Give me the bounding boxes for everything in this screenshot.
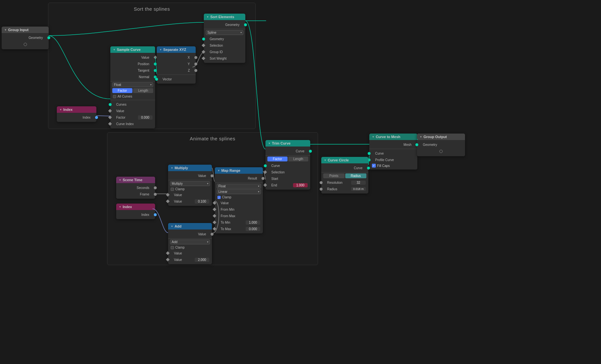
index-out-socket[interactable] — [95, 116, 98, 119]
curve-to-mesh-node: ▼ Curve to Mesh Mesh Curve Profile Curve… — [369, 134, 417, 170]
tc-end-row: End 1.000 — [265, 182, 310, 188]
sc-type-arrow: ▾ — [150, 83, 152, 86]
se-selection-label: Selection — [210, 44, 223, 47]
scene-time-header[interactable]: ▼ Scene Time — [116, 177, 155, 183]
ib-index-socket[interactable] — [154, 213, 157, 216]
se-geo-in-label: Geometry — [210, 37, 224, 41]
tc-selection-row: Selection — [265, 169, 310, 175]
sc-position-socket[interactable] — [154, 63, 157, 65]
st-seconds-socket[interactable] — [154, 186, 157, 189]
sc-type-dropdown[interactable]: Float ▾ — [112, 82, 153, 87]
separate-xyz-header[interactable]: ▼ Separate XYZ — [157, 46, 196, 53]
mr-type-dropdown[interactable]: Float ▾ — [217, 184, 261, 189]
add-value2-label: Value — [174, 258, 182, 262]
scene-time-title: Scene Time — [123, 178, 142, 182]
mr-result-row: Result — [215, 175, 263, 182]
mr-clamp-check[interactable]: ✓ — [217, 196, 221, 199]
add-clamp-check[interactable] — [171, 246, 174, 249]
add-body: Value Add ▾ Clamp Value Value 2.000 — [168, 229, 212, 264]
sxyz-x-socket[interactable] — [194, 56, 197, 59]
collapse-icon-sc: ▼ — [113, 48, 116, 51]
mr-tomax-label: To Max — [221, 227, 231, 231]
scene-time-node: ▼ Scene Time Seconds Frame — [116, 177, 155, 199]
geometry-output-row: Geometry — [2, 34, 49, 41]
se-geo-in-socket[interactable] — [202, 38, 205, 41]
tc-factor-btn[interactable]: Factor — [267, 157, 288, 161]
index-bottom-header[interactable]: ▼ Index — [116, 204, 155, 210]
curve-to-mesh-header[interactable]: ▼ Curve to Mesh — [369, 134, 417, 140]
cc-resolution-socket[interactable] — [320, 181, 323, 184]
go-geometry-socket[interactable] — [415, 143, 418, 146]
group-output-header[interactable]: ▼ Group Output — [417, 134, 465, 140]
index-top-header[interactable]: ▼ Index — [57, 106, 96, 113]
collapse-icon-mr: ▼ — [217, 169, 220, 172]
tc-end-value[interactable]: 1.000 — [293, 183, 308, 187]
tc-curve-out-socket[interactable] — [309, 150, 312, 153]
sort-elements-header[interactable]: ▼ Sort Elements — [204, 14, 245, 20]
add-value-out-socket[interactable] — [211, 233, 214, 236]
sc-all-curves-label: All Curves — [117, 95, 132, 98]
cc-radius-btn[interactable]: Radius — [345, 173, 367, 178]
cc-mode-btns: Points Radius — [323, 173, 366, 178]
add-header[interactable]: ▼ Add — [168, 223, 212, 229]
cc-curve-out-socket[interactable] — [367, 167, 370, 170]
sc-all-curves-check[interactable] — [113, 95, 116, 98]
add-op-dropdown[interactable]: Add ▾ — [170, 240, 210, 244]
sc-factor-row: Factor 0.000 — [110, 114, 155, 121]
cc-radius-value[interactable]: 0.018 m — [351, 187, 366, 191]
mr-tomax-value[interactable]: 0.000 — [246, 227, 260, 231]
mr-value-row: Value — [215, 200, 263, 206]
go-geometry-label: Geometry — [423, 143, 437, 147]
mul-clamp-check[interactable] — [171, 188, 174, 191]
sc-tangent-socket[interactable] — [154, 69, 157, 72]
mul-op-arrow: ▾ — [207, 182, 208, 185]
se-domain-dropdown[interactable]: Spline ▾ — [206, 30, 243, 35]
sort-elements-body: Geometry Spline ▾ Geometry Selection Gro… — [204, 20, 245, 63]
mr-value-label: Value — [221, 201, 229, 205]
mr-interp-dropdown[interactable]: Linear ▾ — [217, 189, 261, 194]
trim-curve-title: Trim Curve — [272, 141, 290, 145]
trim-curve-header[interactable]: ▼ Trim Curve — [265, 140, 310, 147]
tc-curve-in-socket[interactable] — [264, 164, 267, 167]
sample-curve-header[interactable]: ▼ Sample Curve — [110, 46, 155, 53]
st-frame-socket[interactable] — [154, 193, 157, 196]
curve-circle-header[interactable]: ▼ Curve Circle — [321, 157, 368, 163]
cc-radius-socket[interactable] — [320, 188, 323, 191]
sxyz-y-socket[interactable] — [194, 63, 197, 65]
ctm-curve-socket[interactable] — [368, 152, 371, 155]
multiply-header[interactable]: ▼ Multiply — [168, 165, 212, 171]
mul-value2-field[interactable]: 0.100 — [195, 199, 209, 204]
sample-curve-title: Sample Curve — [117, 48, 141, 52]
collapse-icon-sxyz: ▼ — [159, 48, 162, 51]
separate-xyz-node: ▼ Separate XYZ X Y Z Vector — [157, 46, 196, 84]
map-range-header[interactable]: ▼ Map Range — [215, 167, 263, 174]
sc-tangent-row: Tangent — [110, 67, 155, 74]
sc-mode-btns: Factor Length — [112, 88, 153, 93]
se-geo-out-socket[interactable] — [244, 23, 247, 26]
st-frame-label: Frame — [140, 193, 149, 196]
sxyz-z-socket[interactable] — [194, 69, 197, 72]
sc-curves-in-socket[interactable] — [109, 103, 112, 106]
mr-tomin-value[interactable]: 1.000 — [246, 220, 260, 225]
tc-curve-in-label: Curve — [271, 164, 280, 168]
sc-normal-row: Normal — [110, 74, 155, 80]
group-input-header[interactable]: ▼ Group Input — [2, 27, 49, 33]
curve-circle-title: Curve Circle — [328, 158, 349, 162]
mul-value2-label: Value — [174, 200, 182, 203]
mul-op-dropdown[interactable]: Multiply ▾ — [170, 181, 210, 186]
collapse-icon-ib: ▼ — [119, 205, 121, 208]
ctm-fillcaps-check[interactable]: ✓ — [372, 164, 376, 168]
sxyz-vector-socket[interactable] — [155, 78, 158, 81]
sc-factor-value[interactable]: 0.000 — [138, 115, 153, 120]
add-value2-row: Value 2.000 — [168, 256, 212, 263]
tc-length-btn[interactable]: Length — [288, 157, 308, 161]
sc-position-row: Position — [110, 61, 155, 67]
add-value2-field[interactable]: 2.000 — [195, 258, 209, 262]
cc-resolution-value[interactable]: 32 — [351, 181, 366, 185]
sc-length-btn[interactable]: Length — [133, 88, 153, 93]
mr-result-socket[interactable] — [262, 177, 264, 180]
mul-value-out-socket[interactable] — [211, 174, 214, 177]
geometry-socket[interactable] — [47, 36, 50, 39]
sc-factor-btn[interactable]: Factor — [112, 88, 132, 93]
cc-points-btn[interactable]: Points — [323, 173, 345, 178]
